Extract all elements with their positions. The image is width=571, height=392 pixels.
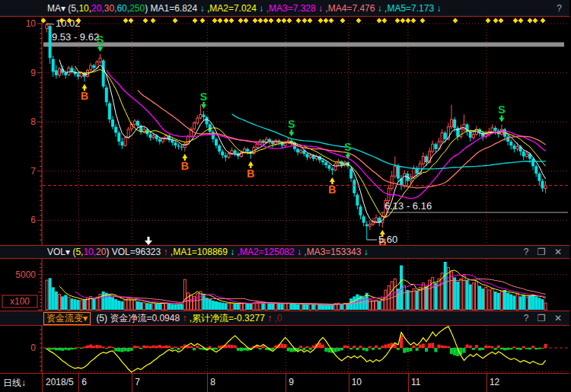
volume-indicator-header: VOL▾ (5,10,20) VOL=96323 ↑ ,MA1=108869 ↓… (0, 245, 569, 259)
svg-text:x100: x100 (10, 296, 30, 307)
header-text-part: MA1=6.824 (151, 3, 198, 14)
period-selector[interactable]: 日线↓ (3, 377, 26, 390)
month-gridline-tick (78, 374, 79, 392)
volume-values[interactable]: VOL▾ (5,10,20) VOL=96323 ↑ ,MA1=108869 ↓… (47, 247, 368, 257)
time-axis: 日线↓ 2018/56789101112 (0, 373, 569, 392)
svg-text:S: S (498, 104, 505, 116)
month-label: 7 (135, 377, 140, 387)
header-text-part: ↓ (316, 3, 323, 14)
svg-text:B: B (181, 160, 189, 172)
svg-text:0: 0 (30, 343, 36, 353)
header-text-part: VOL▾ (47, 247, 72, 257)
volume-bars-layer (46, 262, 547, 310)
svg-text:B: B (247, 167, 254, 180)
header-text-part: ↓ (295, 247, 301, 257)
flow-bars-layer (46, 336, 547, 357)
month-label: 11 (411, 377, 420, 387)
header-text-part: ) (145, 3, 150, 14)
month-label: 6 (81, 377, 87, 387)
month-label: 9 (289, 377, 294, 387)
header-text-part: ,MA3=7.328 (263, 3, 315, 14)
header-text-part: 10, (83, 247, 96, 257)
svg-text:B: B (81, 90, 88, 102)
month-gridline-tick (349, 374, 349, 392)
month-label: 10 (352, 377, 362, 387)
scroll-position-arrow[interactable] (145, 237, 152, 245)
svg-text:8: 8 (30, 116, 36, 127)
volume-panel[interactable]: 5000x100 (0, 259, 571, 311)
header-text-part: ,0 (272, 313, 282, 323)
header-text-part: ,MA4=7.476 (323, 3, 375, 14)
header-text-part: 250 (129, 3, 145, 14)
moneyflow-values: (5) 资金净流=0.0948 ↑ ,累计净流=-0.3277 ↑ ,0 (96, 313, 282, 323)
header-text-part: (5) (96, 313, 110, 323)
header-text-part: (5, (68, 3, 78, 14)
header-text-part: ,MA2=7.024 (205, 3, 257, 14)
header-text-part: ,MA1=108869 (168, 247, 228, 257)
header-text-part: 资金净流=0.0948 (110, 313, 180, 323)
header-text-part: 30, (104, 3, 117, 14)
svg-text:6.13 - 6.16: 6.13 - 6.16 (384, 200, 432, 212)
header-text-part: 20, (91, 3, 104, 14)
event-diamond-markers[interactable] (41, 18, 546, 24)
month-label: 2018/5 (46, 377, 74, 387)
volume-axis: 5000x100 (2, 259, 42, 311)
header-text-part: 60, (116, 3, 129, 14)
month-label: 8 (210, 377, 215, 387)
panel-window-icons[interactable]: ? ❐ ✕ (524, 311, 565, 326)
header-text-part: ↓ (257, 3, 263, 14)
svg-text:S: S (288, 118, 295, 130)
price-axis: 109876 (26, 17, 42, 245)
header-text-part: 5, (75, 247, 83, 257)
svg-text:10: 10 (26, 18, 37, 29)
main-candlestick-chart[interactable]: 109876BSBSBSBSBS10.029.53 - 9.626.13 - 6… (0, 17, 571, 245)
header-text-part: ↓ (197, 3, 204, 14)
gap-zone-band (43, 43, 564, 47)
help-icon[interactable]: ? (557, 0, 565, 17)
header-text-part: VOL=96323 (112, 247, 161, 257)
header-text-part: ,MA5=7.173 (382, 3, 434, 14)
svg-text:6: 6 (30, 215, 36, 225)
month-gridline-tick (408, 374, 409, 392)
stock-chart-window: MA▾ (5,10,20,30,60,250) MA1=6.824 ↓ ,MA2… (0, 0, 571, 392)
ma-indicator-header: MA▾ (5,10,20,30,60,250) MA1=6.824 ↓ ,MA2… (0, 0, 569, 17)
svg-text:7: 7 (30, 166, 36, 177)
candles-layer (46, 23, 547, 241)
header-text-part: ,MA3=153343 (301, 247, 361, 257)
header-text-part: 20 (96, 247, 106, 257)
svg-text:9: 9 (30, 68, 36, 78)
header-text-part: ) (106, 247, 111, 257)
header-text-part: ↓ (434, 3, 441, 14)
header-text-part: ↓ (375, 3, 381, 14)
header-text-part: ↓ (228, 247, 234, 257)
moneyflow-indicator-header: 资金流变▾ (5) 资金净流=0.0948 ↑ ,累计净流=-0.3277 ↑ … (0, 311, 569, 326)
axis-line (42, 374, 43, 392)
header-text-part: ,累计净流=-0.3277 (187, 313, 264, 323)
header-text-part: ↓ (361, 247, 368, 257)
ma-dropdown[interactable]: MA▾ (47, 3, 68, 14)
header-text-part: ↑ (265, 313, 272, 323)
month-label: 12 (490, 377, 499, 387)
month-gridline-tick (132, 374, 132, 392)
price-annotations: 10.029.53 - 9.626.13 - 6.165.60 (47, 18, 432, 245)
svg-text:B: B (328, 183, 336, 196)
header-text-part: 10, (78, 3, 91, 14)
svg-text:S: S (200, 91, 207, 103)
svg-text:10.02: 10.02 (56, 18, 81, 29)
panel-window-icons[interactable]: ? ❐ ✕ (524, 246, 565, 259)
svg-text:5000: 5000 (15, 269, 36, 280)
header-text-part: ,MA2=125082 (234, 247, 294, 257)
moneyflow-panel[interactable]: 0 (0, 326, 571, 373)
month-gridline-tick (486, 374, 487, 392)
header-text-part: ↑ (161, 247, 167, 257)
month-gridline-tick (286, 374, 286, 392)
svg-text:S: S (344, 141, 351, 153)
ma-values: (5,10,20,30,60,250) MA1=6.824 ↓ ,MA2=7.0… (68, 3, 441, 14)
flow-axis: 0 (30, 326, 42, 373)
svg-text:5.60: 5.60 (378, 234, 397, 245)
svg-text:9.53 - 9.62: 9.53 - 9.62 (52, 31, 99, 43)
month-gridline-tick (207, 374, 208, 392)
moneyflow-dropdown[interactable]: 资金流变▾ (43, 312, 91, 325)
